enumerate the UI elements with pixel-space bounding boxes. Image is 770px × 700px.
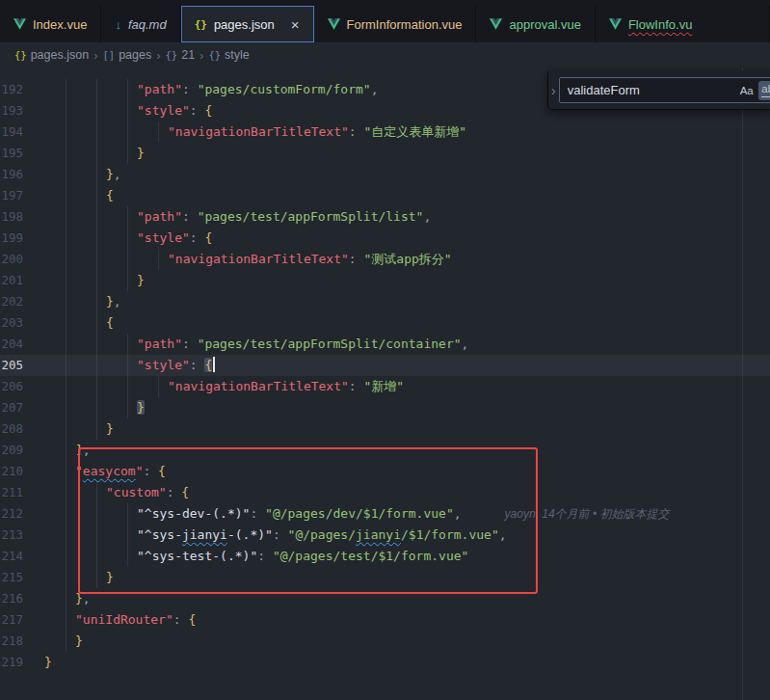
code-token: } — [106, 570, 114, 584]
code-line-206[interactable]: 206"navigationBarTitleText": "新增" — [0, 376, 770, 397]
line-number[interactable]: 201 — [0, 270, 44, 291]
code-token: "@/pages/dev/$1/form.vue" — [265, 506, 454, 521]
breadcrumb-item-21[interactable]: {}21 — [166, 48, 196, 62]
line-number[interactable]: 203 — [0, 312, 44, 334]
code-line-209[interactable]: 209], — [0, 440, 770, 461]
code-line-198[interactable]: 198"path": "pages/test/appFormSplit/list… — [0, 206, 770, 228]
code-token: : — [349, 124, 364, 139]
code-line-219[interactable]: 219} — [0, 652, 770, 673]
line-number[interactable]: 207 — [0, 397, 44, 418]
text-cursor — [213, 357, 215, 372]
line-number[interactable]: 195 — [0, 143, 44, 164]
code-line-218[interactable]: 218} — [0, 631, 770, 652]
code-token: "uniIdRouter" — [75, 612, 173, 627]
code-content: { — [44, 312, 114, 334]
code-line-207[interactable]: 207} — [0, 397, 770, 418]
line-number[interactable]: 216 — [0, 588, 44, 609]
line-number[interactable]: 202 — [0, 291, 44, 312]
code-line-203[interactable]: 203{ — [0, 312, 770, 334]
line-number[interactable]: 197 — [0, 185, 44, 206]
line-number[interactable]: 198 — [0, 206, 44, 228]
code-line-211[interactable]: 211"custom": { — [0, 482, 770, 503]
code-token: "navigationBarTitleText" — [168, 379, 349, 393]
line-number[interactable]: 213 — [0, 525, 44, 546]
code-token: : — [273, 527, 288, 542]
code-line-202[interactable]: 202}, — [0, 291, 770, 312]
toggle-replace-chevron-icon[interactable]: › — [551, 83, 556, 98]
line-number[interactable]: 204 — [0, 334, 44, 355]
line-number[interactable]: 214 — [0, 546, 44, 567]
indent-guide — [66, 376, 66, 397]
line-number[interactable]: 194 — [0, 121, 44, 143]
line-number[interactable]: 206 — [0, 376, 44, 397]
breadcrumb-item-pages[interactable]: []pages — [102, 48, 151, 62]
code-content: "navigationBarTitleText": "自定义表单新增" — [44, 121, 466, 143]
line-number[interactable]: 193 — [0, 100, 44, 121]
whole-word-button[interactable]: ab — [758, 81, 770, 100]
tab-FlowInfo.vu[interactable]: FlowInfo.vu — [596, 6, 770, 42]
tab-FormInformation.vue[interactable]: FormInformation.vue — [314, 6, 477, 42]
code-line-217[interactable]: 217"uniIdRouter": { — [0, 609, 770, 631]
line-number[interactable]: 209 — [0, 440, 44, 461]
line-number[interactable]: 218 — [0, 631, 44, 652]
code-content: "uniIdRouter": { — [44, 609, 196, 631]
indent-guide — [66, 418, 66, 440]
line-number[interactable]: 196 — [0, 164, 44, 185]
code-line-199[interactable]: 199"style": { — [0, 228, 770, 249]
code-token: : — [182, 337, 198, 351]
close-icon[interactable]: × — [291, 17, 300, 32]
code-line-212[interactable]: 212"^sys-dev-(.*)": "@/pages/dev/$1/form… — [0, 503, 770, 525]
indent-guide — [158, 121, 159, 143]
code-line-200[interactable]: 200"navigationBarTitleText": "测试app拆分" — [0, 249, 770, 270]
indent-guide — [127, 79, 128, 100]
tab-label: FormInformation.vue — [347, 17, 463, 32]
code-token: : — [190, 103, 205, 118]
line-number[interactable]: 210 — [0, 461, 44, 482]
tab-Index.vue[interactable]: Index.vue — [0, 6, 101, 42]
match-case-button[interactable]: Aa — [737, 81, 757, 100]
code-content: "^sys-jianyi-(.*)": "@/pages/jianyi/$1/f… — [44, 525, 507, 546]
code-line-213[interactable]: 213"^sys-jianyi-(.*)": "@/pages/jianyi/$… — [0, 525, 770, 546]
code-line-216[interactable]: 216}, — [0, 588, 770, 609]
code-line-208[interactable]: 208} — [0, 418, 770, 440]
code-line-201[interactable]: 201} — [0, 270, 770, 291]
indent-guide — [127, 206, 128, 228]
code-token: } — [137, 146, 145, 160]
code-line-215[interactable]: 215} — [0, 567, 770, 588]
line-number[interactable]: 215 — [0, 567, 44, 588]
match-case-button-label: Aa — [740, 85, 754, 96]
code-line-210[interactable]: 210"easycom": { — [0, 461, 770, 482]
code-token: : — [182, 209, 198, 224]
tab-pages.json[interactable]: {}pages.json× — [181, 6, 314, 42]
git-blame-annotation: yaoyn, 14个月前 • 初始版本提交 — [505, 507, 670, 521]
line-number[interactable]: 217 — [0, 609, 44, 631]
line-number[interactable]: 199 — [0, 228, 44, 249]
symbol-icon: {} — [166, 49, 178, 61]
code-line-204[interactable]: 204"path": "pages/test/appFormSplit/cont… — [0, 334, 770, 355]
line-number[interactable]: 211 — [0, 482, 44, 503]
line-number[interactable]: 200 — [0, 249, 44, 270]
code-token: : — [190, 230, 205, 245]
code-line-194[interactable]: 194"navigationBarTitleText": "自定义表单新增" — [0, 121, 770, 143]
code-line-205[interactable]: 205"style": { — [0, 355, 770, 376]
code-line-197[interactable]: 197{ — [0, 185, 770, 206]
code-line-195[interactable]: 195} — [0, 143, 770, 164]
breadcrumb-item-pages.json[interactable]: {}pages.json — [14, 48, 89, 62]
code-line-214[interactable]: 214"^sys-test-(.*)": "@/pages/test/$1/fo… — [0, 546, 770, 567]
code-line-196[interactable]: 196}, — [0, 164, 770, 185]
line-number[interactable]: 208 — [0, 418, 44, 440]
line-number[interactable]: 205 — [0, 355, 44, 376]
find-input[interactable] — [560, 83, 737, 97]
breadcrumb-item-style[interactable]: {}style — [208, 48, 249, 62]
code-content: "^sys-dev-(.*)": "@/pages/dev/$1/form.vu… — [44, 503, 669, 525]
vue-icon — [328, 18, 340, 30]
code-token: "style" — [137, 230, 190, 245]
tab-approval.vue[interactable]: approval.vue — [476, 6, 595, 42]
code-token: "style" — [137, 358, 190, 372]
tab-faq.md[interactable]: ↓faq.md — [101, 6, 180, 42]
code-content: "style": { — [44, 100, 212, 121]
code-token: "path" — [137, 82, 182, 96]
line-number[interactable]: 219 — [0, 652, 44, 673]
line-number[interactable]: 212 — [0, 503, 44, 525]
line-number[interactable]: 192 — [0, 79, 44, 100]
